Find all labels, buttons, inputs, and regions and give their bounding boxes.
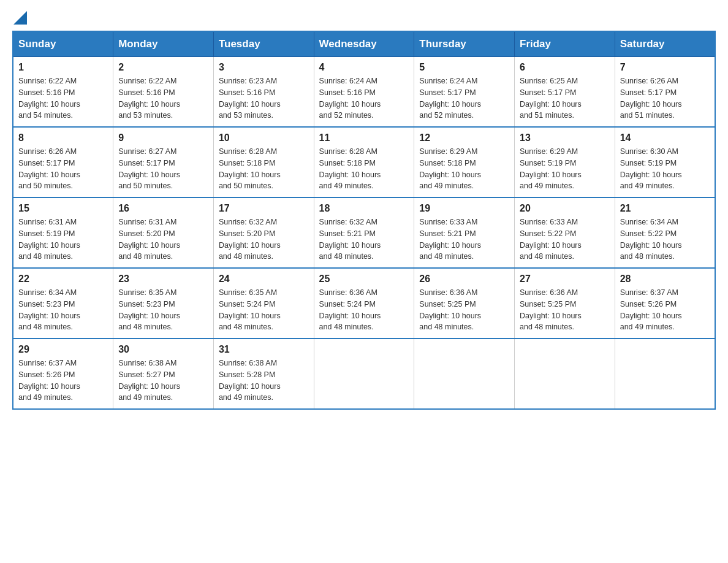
calendar-day-cell: 5 Sunrise: 6:24 AM Sunset: 5:17 PM Dayli… <box>414 57 515 128</box>
calendar-week-row: 29 Sunrise: 6:37 AM Sunset: 5:26 PM Dayl… <box>13 339 715 409</box>
calendar-day-cell: 1 Sunrise: 6:22 AM Sunset: 5:16 PM Dayli… <box>13 57 113 128</box>
day-of-week-header: Friday <box>515 31 615 57</box>
day-info: Sunrise: 6:29 AM Sunset: 5:18 PM Dayligh… <box>419 146 509 192</box>
logo-triangle-icon <box>13 11 27 25</box>
day-info: Sunrise: 6:34 AM Sunset: 5:23 PM Dayligh… <box>18 287 108 333</box>
day-of-week-header: Tuesday <box>213 31 314 57</box>
day-number: 4 <box>319 62 409 73</box>
day-number: 12 <box>419 132 509 144</box>
calendar-day-cell: 23 Sunrise: 6:35 AM Sunset: 5:23 PM Dayl… <box>113 268 214 339</box>
day-number: 19 <box>419 203 509 214</box>
day-number: 24 <box>219 274 309 285</box>
calendar-day-cell: 9 Sunrise: 6:27 AM Sunset: 5:17 PM Dayli… <box>113 127 214 197</box>
day-number: 6 <box>520 62 610 73</box>
day-info: Sunrise: 6:31 AM Sunset: 5:20 PM Dayligh… <box>118 216 208 262</box>
calendar-day-cell: 19 Sunrise: 6:33 AM Sunset: 5:21 PM Dayl… <box>414 197 515 268</box>
day-number: 21 <box>620 203 710 214</box>
day-of-week-header: Sunday <box>13 31 113 57</box>
page-header <box>12 12 716 25</box>
calendar-day-cell: 11 Sunrise: 6:28 AM Sunset: 5:18 PM Dayl… <box>314 127 414 197</box>
calendar-day-cell: 18 Sunrise: 6:32 AM Sunset: 5:21 PM Dayl… <box>314 197 414 268</box>
day-number: 2 <box>118 62 208 73</box>
calendar-day-cell: 28 Sunrise: 6:37 AM Sunset: 5:26 PM Dayl… <box>615 268 715 339</box>
day-info: Sunrise: 6:33 AM Sunset: 5:21 PM Dayligh… <box>419 216 509 262</box>
day-number: 14 <box>620 132 710 144</box>
day-info: Sunrise: 6:22 AM Sunset: 5:16 PM Dayligh… <box>18 75 108 121</box>
calendar-day-cell: 3 Sunrise: 6:23 AM Sunset: 5:16 PM Dayli… <box>213 57 314 128</box>
day-info: Sunrise: 6:35 AM Sunset: 5:23 PM Dayligh… <box>118 287 208 333</box>
day-info: Sunrise: 6:27 AM Sunset: 5:17 PM Dayligh… <box>118 146 208 192</box>
day-of-week-header: Saturday <box>615 31 715 57</box>
day-number: 7 <box>620 62 710 73</box>
calendar-body: 1 Sunrise: 6:22 AM Sunset: 5:16 PM Dayli… <box>13 57 715 410</box>
day-number: 13 <box>520 132 610 144</box>
day-info: Sunrise: 6:32 AM Sunset: 5:20 PM Dayligh… <box>219 216 309 262</box>
day-info: Sunrise: 6:38 AM Sunset: 5:27 PM Dayligh… <box>118 358 208 404</box>
day-number: 15 <box>18 203 108 214</box>
calendar-day-cell: 13 Sunrise: 6:29 AM Sunset: 5:19 PM Dayl… <box>515 127 615 197</box>
day-info: Sunrise: 6:38 AM Sunset: 5:28 PM Dayligh… <box>219 358 309 404</box>
day-number: 26 <box>419 274 509 285</box>
calendar-day-cell: 10 Sunrise: 6:28 AM Sunset: 5:18 PM Dayl… <box>213 127 314 197</box>
day-number: 27 <box>520 274 610 285</box>
day-info: Sunrise: 6:29 AM Sunset: 5:19 PM Dayligh… <box>520 146 610 192</box>
day-info: Sunrise: 6:36 AM Sunset: 5:24 PM Dayligh… <box>319 287 409 333</box>
calendar-day-cell: 30 Sunrise: 6:38 AM Sunset: 5:27 PM Dayl… <box>113 339 214 409</box>
calendar-day-cell <box>314 339 414 409</box>
day-info: Sunrise: 6:24 AM Sunset: 5:17 PM Dayligh… <box>419 75 509 121</box>
day-info: Sunrise: 6:28 AM Sunset: 5:18 PM Dayligh… <box>219 146 309 192</box>
day-number: 5 <box>419 62 509 73</box>
day-header-row: SundayMondayTuesdayWednesdayThursdayFrid… <box>13 31 715 57</box>
day-number: 8 <box>18 132 108 144</box>
day-info: Sunrise: 6:35 AM Sunset: 5:24 PM Dayligh… <box>219 287 309 333</box>
calendar-week-row: 15 Sunrise: 6:31 AM Sunset: 5:19 PM Dayl… <box>13 197 715 268</box>
day-info: Sunrise: 6:25 AM Sunset: 5:17 PM Dayligh… <box>520 75 610 121</box>
day-info: Sunrise: 6:32 AM Sunset: 5:21 PM Dayligh… <box>319 216 409 262</box>
calendar-day-cell: 21 Sunrise: 6:34 AM Sunset: 5:22 PM Dayl… <box>615 197 715 268</box>
day-number: 18 <box>319 203 409 214</box>
day-info: Sunrise: 6:36 AM Sunset: 5:25 PM Dayligh… <box>419 287 509 333</box>
calendar-day-cell: 31 Sunrise: 6:38 AM Sunset: 5:28 PM Dayl… <box>213 339 314 409</box>
calendar-day-cell: 27 Sunrise: 6:36 AM Sunset: 5:25 PM Dayl… <box>515 268 615 339</box>
day-info: Sunrise: 6:23 AM Sunset: 5:16 PM Dayligh… <box>219 75 309 121</box>
day-info: Sunrise: 6:22 AM Sunset: 5:16 PM Dayligh… <box>118 75 208 121</box>
svg-marker-0 <box>13 11 27 25</box>
calendar-week-row: 8 Sunrise: 6:26 AM Sunset: 5:17 PM Dayli… <box>13 127 715 197</box>
calendar-day-cell <box>615 339 715 409</box>
calendar-day-cell: 6 Sunrise: 6:25 AM Sunset: 5:17 PM Dayli… <box>515 57 615 128</box>
calendar-day-cell: 8 Sunrise: 6:26 AM Sunset: 5:17 PM Dayli… <box>13 127 113 197</box>
day-info: Sunrise: 6:30 AM Sunset: 5:19 PM Dayligh… <box>620 146 710 192</box>
calendar-day-cell: 29 Sunrise: 6:37 AM Sunset: 5:26 PM Dayl… <box>13 339 113 409</box>
day-number: 16 <box>118 203 208 214</box>
calendar-table: SundayMondayTuesdayWednesdayThursdayFrid… <box>12 31 716 410</box>
day-info: Sunrise: 6:37 AM Sunset: 5:26 PM Dayligh… <box>620 287 710 333</box>
day-info: Sunrise: 6:33 AM Sunset: 5:22 PM Dayligh… <box>520 216 610 262</box>
calendar-week-row: 22 Sunrise: 6:34 AM Sunset: 5:23 PM Dayl… <box>13 268 715 339</box>
day-of-week-header: Wednesday <box>314 31 414 57</box>
calendar-day-cell: 14 Sunrise: 6:30 AM Sunset: 5:19 PM Dayl… <box>615 127 715 197</box>
day-number: 28 <box>620 274 710 285</box>
day-number: 10 <box>219 132 309 144</box>
day-number: 9 <box>118 132 208 144</box>
logo <box>12 12 27 25</box>
day-number: 22 <box>18 274 108 285</box>
day-info: Sunrise: 6:26 AM Sunset: 5:17 PM Dayligh… <box>620 75 710 121</box>
day-info: Sunrise: 6:37 AM Sunset: 5:26 PM Dayligh… <box>18 358 108 404</box>
day-of-week-header: Thursday <box>414 31 515 57</box>
day-info: Sunrise: 6:28 AM Sunset: 5:18 PM Dayligh… <box>319 146 409 192</box>
calendar-day-cell: 2 Sunrise: 6:22 AM Sunset: 5:16 PM Dayli… <box>113 57 214 128</box>
day-number: 23 <box>118 274 208 285</box>
calendar-day-cell: 15 Sunrise: 6:31 AM Sunset: 5:19 PM Dayl… <box>13 197 113 268</box>
day-info: Sunrise: 6:26 AM Sunset: 5:17 PM Dayligh… <box>18 146 108 192</box>
calendar-day-cell: 17 Sunrise: 6:32 AM Sunset: 5:20 PM Dayl… <box>213 197 314 268</box>
day-info: Sunrise: 6:34 AM Sunset: 5:22 PM Dayligh… <box>620 216 710 262</box>
day-number: 11 <box>319 132 409 144</box>
day-info: Sunrise: 6:36 AM Sunset: 5:25 PM Dayligh… <box>520 287 610 333</box>
day-number: 20 <box>520 203 610 214</box>
calendar-week-row: 1 Sunrise: 6:22 AM Sunset: 5:16 PM Dayli… <box>13 57 715 128</box>
day-of-week-header: Monday <box>113 31 214 57</box>
calendar-day-cell: 20 Sunrise: 6:33 AM Sunset: 5:22 PM Dayl… <box>515 197 615 268</box>
day-number: 30 <box>118 344 208 355</box>
calendar-day-cell: 12 Sunrise: 6:29 AM Sunset: 5:18 PM Dayl… <box>414 127 515 197</box>
calendar-day-cell: 7 Sunrise: 6:26 AM Sunset: 5:17 PM Dayli… <box>615 57 715 128</box>
